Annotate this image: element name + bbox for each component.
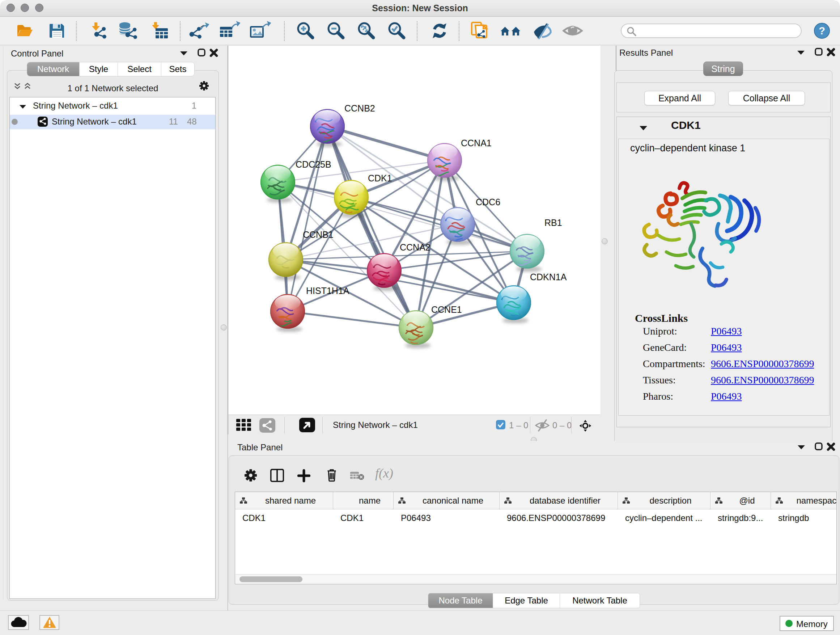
svg-text:CCNA2: CCNA2: [400, 242, 431, 252]
svg-text:HIST1H1A: HIST1H1A: [306, 286, 349, 296]
svg-text:CDC6: CDC6: [476, 197, 500, 207]
svg-text:CCNA1: CCNA1: [461, 138, 492, 148]
svg-text:CCNB1: CCNB1: [303, 230, 333, 240]
svg-text:CDC25B: CDC25B: [295, 159, 332, 169]
svg-text:CDKN1A: CDKN1A: [530, 272, 567, 282]
svg-text:CDK1: CDK1: [368, 173, 392, 183]
svg-text:RB1: RB1: [545, 218, 562, 228]
svg-text:CCNE1: CCNE1: [431, 304, 462, 315]
svg-text:CCNB2: CCNB2: [344, 103, 375, 113]
svg-text:?: ?: [819, 25, 825, 36]
